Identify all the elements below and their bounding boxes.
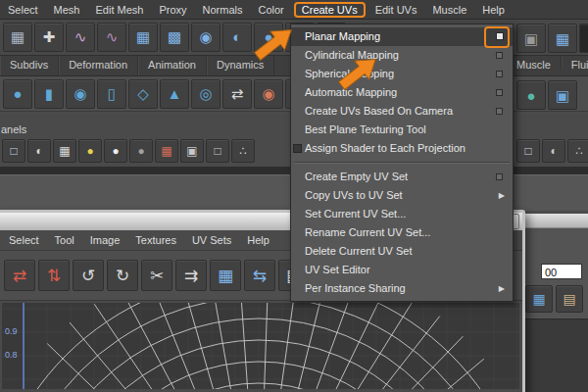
- menu-item-spherical-mapping[interactable]: Spherical Mapping: [291, 65, 513, 83]
- shelf-tab-deformation[interactable]: Deformation: [59, 56, 138, 75]
- submenu-arrow-icon: ▶: [499, 186, 505, 205]
- paint-weights-icon[interactable]: ◉: [254, 79, 283, 109]
- background-window-titlebar[interactable]: [519, 214, 588, 228]
- grid-display-icon[interactable]: ▦: [155, 139, 178, 163]
- cluster-icon[interactable]: ◉: [191, 23, 220, 52]
- torus-primitive-icon[interactable]: ◎: [191, 79, 220, 109]
- shelf-tab-dynamics[interactable]: Dynamics: [207, 56, 274, 75]
- sphere-tool-icon[interactable]: ●: [254, 23, 283, 52]
- menubar-item-edit-mesh[interactable]: Edit Mesh: [87, 2, 151, 18]
- menu-item-assign-shader-to-each-projection[interactable]: Assign Shader to Each Projection: [291, 139, 513, 158]
- option-box-icon[interactable]: [496, 173, 503, 180]
- option-box-icon[interactable]: [496, 32, 504, 40]
- layout-uv-icon[interactable]: ▦: [210, 260, 241, 291]
- uv-menu-uv-sets[interactable]: UV Sets: [184, 231, 239, 249]
- menubar-item-proxy[interactable]: Proxy: [151, 2, 194, 18]
- rotate-ccw-icon[interactable]: ↺: [73, 260, 104, 291]
- rotate-cw-icon[interactable]: ↻: [107, 260, 138, 291]
- cone-primitive-icon[interactable]: ▲: [160, 79, 189, 109]
- menubar-item-help[interactable]: Help: [474, 2, 513, 18]
- menubar-item-mesh[interactable]: Mesh: [46, 2, 88, 18]
- menu-item-create-empty-uv-set[interactable]: Create Empty UV Set: [291, 168, 513, 186]
- menu-item-per-instance-sharing[interactable]: Per Instance Sharing▶: [291, 279, 513, 298]
- sphere-project-icon[interactable]: ◉: [66, 79, 95, 109]
- soft-mod-icon[interactable]: ◐: [222, 23, 252, 52]
- value-field[interactable]: 00: [541, 264, 582, 279]
- uv-menu-textures[interactable]: Textures: [127, 231, 184, 249]
- uv-menu-select[interactable]: Select: [1, 231, 47, 249]
- notes-icon[interactable]: ▤: [556, 285, 583, 313]
- menu-item-label: Assign Shader to Each Projection: [305, 142, 466, 154]
- lattice-icon[interactable]: ▦: [128, 23, 158, 52]
- uv-editor-canvas[interactable]: 0.9 0.8: [2, 303, 519, 389]
- shelf-tab-animation[interactable]: Animation: [138, 56, 207, 75]
- iso-cube-icon[interactable]: □: [516, 139, 540, 163]
- shelf-row2-right: ●▣: [516, 80, 577, 110]
- menu-item-label: Per Instance Sharing: [305, 282, 406, 294]
- menubar-item-select[interactable]: Select: [0, 2, 46, 18]
- grid-tool-icon[interactable]: ▦: [3, 23, 32, 52]
- menubar-item-muscle[interactable]: Muscle: [424, 2, 474, 18]
- share-icon[interactable]: ∴: [567, 139, 588, 163]
- menu-item-best-plane-texturing-tool[interactable]: Best Plane Texturing Tool: [291, 121, 513, 139]
- transfer-attributes-icon[interactable]: ⇄: [222, 79, 252, 109]
- uv-menu-image[interactable]: Image: [82, 231, 128, 249]
- gate-mask-icon[interactable]: □: [206, 139, 229, 163]
- menu-item-uv-set-editor[interactable]: UV Set Editor: [291, 261, 513, 279]
- ambient-light-icon[interactable]: ●: [104, 139, 127, 163]
- option-box-icon[interactable]: [496, 89, 503, 96]
- flip-v-icon[interactable]: ⇅: [38, 260, 70, 291]
- menu-item-rename-current-uv-set[interactable]: Rename Current UV Set...: [291, 223, 513, 242]
- wireframe-cube-icon[interactable]: □: [2, 139, 25, 163]
- menu-item-copy-uvs-to-uv-set[interactable]: Copy UVs to UV Set▶: [291, 186, 513, 205]
- poly-cube-icon[interactable]: ▣: [516, 24, 546, 53]
- muscle-sphere-icon[interactable]: ●: [516, 80, 546, 110]
- option-box-icon[interactable]: [496, 71, 503, 77]
- option-box-icon[interactable]: [496, 108, 503, 115]
- checkbox-icon[interactable]: [293, 144, 302, 153]
- uv-menu-tool[interactable]: Tool: [47, 231, 82, 249]
- shelf-tab-muscle[interactable]: Muscle: [507, 56, 562, 71]
- iso-sphere-icon[interactable]: ◐: [542, 139, 565, 163]
- cylinder-primitive-icon[interactable]: ▮: [34, 79, 64, 109]
- camera-icon[interactable]: ▣: [180, 139, 204, 163]
- plane-project-icon[interactable]: ◇: [128, 79, 158, 109]
- menu-item-create-uvs-based-on-camera[interactable]: Create UVs Based On Camera: [291, 102, 513, 121]
- hypergraph-icon[interactable]: ∴: [231, 139, 255, 163]
- menu-item-delete-current-uv-set[interactable]: Delete Current UV Set: [291, 242, 513, 261]
- uv-grid-icon[interactable]: ▦: [525, 285, 553, 313]
- menu-item-automatic-mapping[interactable]: Automatic Mapping: [291, 83, 513, 102]
- cylinder-project-icon[interactable]: ▯: [97, 79, 126, 109]
- no-light-icon[interactable]: ●: [129, 139, 153, 163]
- shelf-close-icon[interactable]: ×: [579, 24, 588, 53]
- menu-item-set-current-uv-set[interactable]: Set Current UV Set...: [291, 205, 513, 223]
- uv-menu-help[interactable]: Help: [239, 231, 277, 249]
- menu-item-label: Copy UVs to UV Set: [305, 189, 403, 201]
- textured-sphere-icon[interactable]: ▦: [53, 139, 76, 163]
- sphere-primitive-icon[interactable]: ●: [3, 79, 32, 109]
- cut-uv-icon[interactable]: ✂: [141, 260, 172, 291]
- light-icon[interactable]: ●: [78, 139, 102, 163]
- shaded-sphere-icon[interactable]: ◐: [27, 139, 51, 163]
- poly-mesh-icon[interactable]: ▦: [548, 24, 577, 53]
- muscle-cube-icon[interactable]: ▣: [548, 80, 577, 110]
- shelf-tab-subdivs[interactable]: Subdivs: [0, 56, 59, 75]
- menu-item-planar-mapping[interactable]: Planar Mapping: [291, 27, 513, 46]
- panel-toolbar: □◐▦●●●▦▣□∴: [2, 139, 255, 163]
- shelf-tab-fluids[interactable]: Fluids: [562, 56, 588, 71]
- menubar-item-color[interactable]: Color: [250, 2, 291, 18]
- option-box-icon[interactable]: [496, 52, 503, 59]
- move-tool-icon[interactable]: ✚: [34, 23, 64, 52]
- menubar-item-normals[interactable]: Normals: [195, 2, 251, 18]
- cv-curve-icon[interactable]: ∿: [66, 23, 95, 52]
- shelf-toolbar-right: ▣▦×: [516, 24, 588, 53]
- menubar-item-edit-uvs[interactable]: Edit UVs: [368, 2, 425, 18]
- menubar-item-create-uvs[interactable]: Create UVs: [294, 2, 366, 18]
- ep-curve-icon[interactable]: ∿: [97, 23, 126, 52]
- panels-menu-label[interactable]: anels: [1, 123, 26, 135]
- menu-item-cylindrical-mapping[interactable]: Cylindrical Mapping: [291, 46, 513, 65]
- flip-u-icon[interactable]: ⇄: [4, 260, 35, 291]
- move-sew-icon[interactable]: ⇆: [244, 260, 275, 291]
- lattice-points-icon[interactable]: ▩: [160, 23, 189, 52]
- sew-uv-icon[interactable]: ⇉: [175, 260, 207, 291]
